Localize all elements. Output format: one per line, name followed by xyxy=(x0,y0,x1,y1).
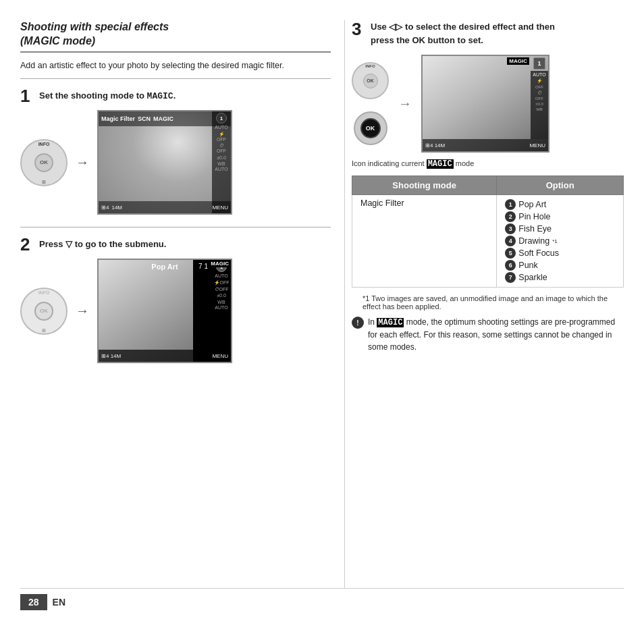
step1-header: 1 Set the shooting mode to MAGIC. xyxy=(20,87,331,105)
step3-bottom-bar: ⊞4 14M MENU xyxy=(423,139,548,151)
cam2-pop-art-label: Pop Art xyxy=(151,263,178,271)
cam2-shots: ⊞4 14M xyxy=(101,353,121,359)
cam1-auto-icon: AUTO xyxy=(215,125,227,130)
opt-num-4: 4 xyxy=(505,236,516,246)
cam3-exp: ±0.0 xyxy=(535,102,543,106)
cam2-bottom-bar: ⊞4 14M MENU xyxy=(99,350,231,362)
step3-cam-photo xyxy=(423,56,548,151)
cam3-timer: ⏱ xyxy=(537,90,542,95)
cam1-resolution-label: 14M xyxy=(111,205,122,211)
step3-images: INFO OK OK → MAGIC 1 xyxy=(352,55,624,153)
step1-arrow: → xyxy=(76,155,89,170)
step1-block: 1 Set the shooting mode to MAGIC. INFO O… xyxy=(20,87,331,215)
opt-num-7: 7 xyxy=(505,272,516,283)
cam1-bottom-bar: ⊞4 14M MENU xyxy=(99,201,231,213)
step2-number: 2 xyxy=(20,236,34,253)
cam3-menu: MENU xyxy=(529,142,545,149)
dpad-outer: INFO OK ⊞ xyxy=(20,139,68,186)
step3-arrow: → xyxy=(398,96,412,111)
step3-header: 3 Use ◁▷ to select the desired effect an… xyxy=(352,20,624,47)
opt-num-5: 5 xyxy=(505,248,516,259)
cam2-flash-icon: ⚡OFF xyxy=(214,280,230,286)
cam1-magic-label: MAGIC xyxy=(153,115,173,122)
step3-small-dpad[interactable]: INFO OK xyxy=(352,62,389,99)
cam2-numbers-label: 7 1 xyxy=(198,263,208,270)
step2-dpad[interactable]: INFO OK ⊞ xyxy=(20,288,68,335)
cam1-magic-filter-label: Magic Filter xyxy=(101,115,135,122)
cam3-off1: OFF xyxy=(535,85,543,89)
cam2-auto-icon: AUTO xyxy=(215,273,227,279)
step2-ok-button[interactable]: OK xyxy=(34,302,53,321)
step3-right-bar: AUTO ⚡ OFF ⏱ OFF ±0.0 WB xyxy=(531,71,548,139)
options-list: 1 Pop Art 2 Pin Hole 3 Fish Eye 4 Drawin… xyxy=(505,198,615,284)
step3-ok-inner: OK xyxy=(360,118,381,138)
option-item-3: 3 Fish Eye xyxy=(505,223,615,235)
left-column: Shooting with special effects (MAGIC mod… xyxy=(20,20,331,588)
cam2-magic-badge: MAGIC xyxy=(209,260,231,267)
cam3-auto: AUTO xyxy=(533,72,545,77)
step3-info-label: INFO xyxy=(365,64,375,68)
icon-note: Icon indicating current MAGIC mode xyxy=(352,159,624,169)
option-item-6: 6 Punk xyxy=(505,259,615,271)
mode-cell: Magic Filter xyxy=(352,195,497,288)
cam1-top-bar: Magic Filter SCN MAGIC ✕ xyxy=(99,111,231,126)
cam1-menu-label: MENU xyxy=(212,205,228,211)
cam2-right-bar: 1 AUTO ⚡OFF ⏱OFF ±0.0 WB AUTO xyxy=(212,260,231,362)
note-icon: ! xyxy=(352,317,364,329)
cam1-flash-icon: ⚡OFF xyxy=(217,132,226,142)
effects-table: Shooting mode Option Magic Filter 1 Pop … xyxy=(352,176,624,288)
dpad-info-label: INFO xyxy=(38,142,50,146)
opt-num-1: 1 xyxy=(505,199,516,210)
step3-cam-figure: MAGIC 1 AUTO ⚡ OFF ⏱ OFF ±0.0 WB ⊞4 1 xyxy=(421,55,549,153)
cam2-exp-icon: ±0.0 xyxy=(217,293,226,298)
step2-header: 2 Press ▽ to go to the submenu. xyxy=(20,236,331,253)
page-number: 28 xyxy=(20,594,47,610)
cam3-shots: ⊞4 14M xyxy=(425,142,445,149)
cam3-flash: ⚡ xyxy=(537,78,543,84)
step1-divider xyxy=(20,227,331,227)
cam2-menu: MENU xyxy=(212,353,228,359)
step3-ok-group: INFO OK OK xyxy=(352,62,389,145)
section-title: Shooting with special effects (MAGIC mod… xyxy=(20,20,331,49)
option-item-7: 7 Sparkle xyxy=(505,271,615,284)
step3-camera-screen: MAGIC 1 AUTO ⚡ OFF ⏱ OFF ±0.0 WB ⊞4 1 xyxy=(421,55,549,153)
step1-camera-screen: Magic Filter SCN MAGIC ✕ 1 AUTO ⚡OFF ⏱OF… xyxy=(97,110,232,215)
step2-arrow: → xyxy=(76,303,89,319)
cam3-wb: WB xyxy=(536,107,543,111)
dpad-inner-button[interactable]: OK xyxy=(34,153,53,172)
options-cell: 1 Pop Art 2 Pin Hole 3 Fish Eye 4 Drawin… xyxy=(497,195,624,288)
cam2-wb-icon: WB AUTO xyxy=(212,300,231,310)
section-title-block: Shooting with special effects (MAGIC mod… xyxy=(20,20,331,53)
note-block: ! In MAGIC mode, the optimum shooting se… xyxy=(352,316,624,353)
opt-num-3: 3 xyxy=(505,223,516,234)
step3-number: 3 xyxy=(352,20,365,38)
section-divider xyxy=(20,78,331,79)
cam2-photo-area xyxy=(99,260,193,362)
footnote-text: *1 Two images are saved, an unmodified i… xyxy=(352,294,624,311)
cam1-shots-label: ⊞4 xyxy=(101,205,109,211)
cam1-photo xyxy=(99,111,231,213)
step3-magic-badge: MAGIC xyxy=(507,57,529,65)
cam3-off2: OFF xyxy=(535,97,543,101)
step3-ok-button[interactable]: OK xyxy=(354,111,387,145)
page-container: Shooting with special effects (MAGIC mod… xyxy=(0,0,644,644)
step2-text: Press ▽ to go to the submenu. xyxy=(39,236,166,250)
col2-header: Option xyxy=(497,176,624,195)
step1-dpad[interactable]: INFO OK ⊞ xyxy=(20,139,68,186)
option-item-1: 1 Pop Art xyxy=(505,198,615,211)
cam1-wb-icon: WBAUTO xyxy=(215,161,227,171)
col1-header: Shooting mode xyxy=(352,176,497,195)
note-magic-label: MAGIC xyxy=(377,318,404,327)
page-footer: 28 EN xyxy=(20,588,624,610)
step2-info-label: INFO xyxy=(38,290,50,295)
step2-content: INFO OK ⊞ → Pop Art 7 1 xyxy=(20,259,331,363)
step3-text: Use ◁▷ to select the desired effect and … xyxy=(371,20,555,47)
step3-dpad-ok: OK xyxy=(363,74,378,88)
step2-bottom-icon: ⊞ xyxy=(42,328,46,333)
step2-camera-screen: Pop Art 7 1 MAGIC 1 AUTO ⚡OFF ⏱OFF ±0.0 … xyxy=(97,259,232,363)
cam1-timer-icon: ⏱OFF xyxy=(217,143,226,153)
page-language: EN xyxy=(53,597,65,608)
step1-text: Set the shooting mode to MAGIC. xyxy=(39,87,176,103)
intro-text: Add an artistic effect to your photo by … xyxy=(20,59,331,72)
dpad-bottom-icon: ⊞ xyxy=(42,180,46,185)
